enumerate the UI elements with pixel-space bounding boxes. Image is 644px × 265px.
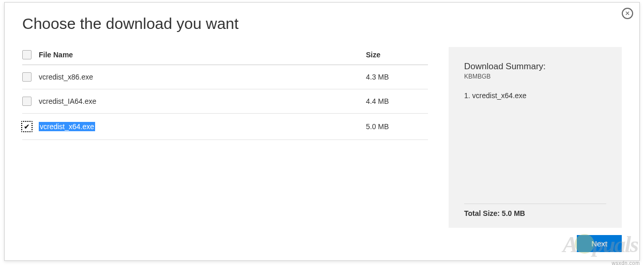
summary-title: Download Summary: [464, 61, 606, 72]
close-button[interactable]: ✕ [622, 8, 633, 19]
total-size: Total Size: 5.0 MB [464, 209, 606, 217]
download-dialog: ✕ Choose the download you want File Name… [4, 2, 640, 261]
download-summary-panel: Download Summary: KBMBGB 1. vcredist_x64… [449, 47, 622, 228]
header-size: Size [366, 51, 428, 59]
watermark-domain: wsxdn.com [611, 260, 640, 265]
table-row[interactable]: vcredist_IA64.exe 4.4 MB [22, 89, 428, 114]
file-name: vcredist_x86.exe [37, 73, 366, 81]
file-name: vcredist_x64.exe [37, 122, 366, 131]
file-checkbox[interactable] [22, 72, 32, 82]
next-button[interactable]: Next [577, 235, 622, 252]
file-size: 4.4 MB [366, 97, 428, 105]
highlighted-filename: vcredist_x64.exe [39, 122, 95, 131]
summary-spacer [464, 104, 606, 196]
file-size: 4.3 MB [366, 73, 428, 81]
table-row[interactable]: vcredist_x86.exe 4.3 MB [22, 65, 428, 89]
file-checkbox-checked[interactable] [21, 121, 33, 132]
summary-subtitle: KBMBGB [464, 73, 606, 80]
summary-item: 1. vcredist_x64.exe [464, 91, 606, 100]
select-all-col [22, 50, 37, 59]
checkbox-col [22, 121, 37, 132]
select-all-checkbox[interactable] [22, 50, 32, 59]
checkbox-col [22, 72, 37, 82]
checkbox-col [22, 97, 37, 106]
dialog-title: Choose the download you want [22, 15, 639, 33]
file-name: vcredist_IA64.exe [37, 97, 366, 105]
table-row[interactable]: vcredist_x64.exe 5.0 MB [22, 114, 428, 140]
file-size: 5.0 MB [366, 122, 428, 131]
table-header: File Name Size [22, 47, 428, 65]
summary-divider [464, 204, 606, 204]
file-checkbox[interactable] [22, 97, 32, 106]
content-row: File Name Size vcredist_x86.exe 4.3 MB v… [5, 47, 639, 228]
file-table: File Name Size vcredist_x86.exe 4.3 MB v… [22, 47, 428, 228]
close-icon: ✕ [625, 10, 630, 17]
header-filename: File Name [37, 51, 366, 59]
